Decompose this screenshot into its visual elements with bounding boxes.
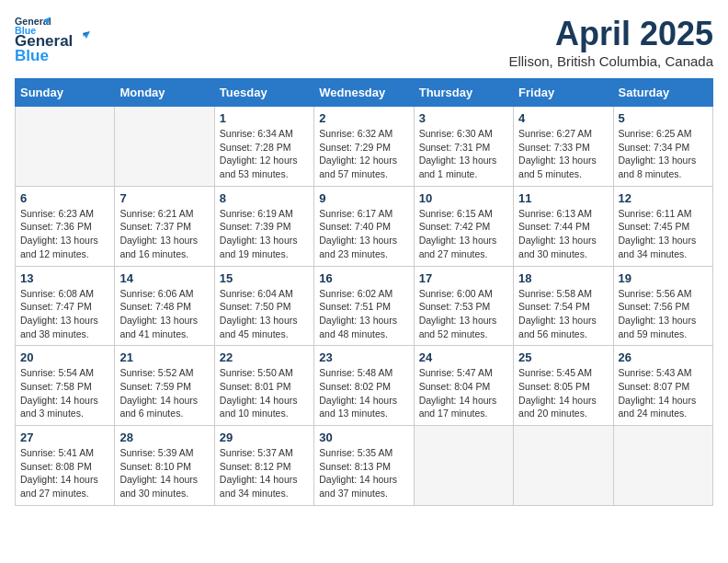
- calendar-cell: 2Sunrise: 6:32 AMSunset: 7:29 PMDaylight…: [314, 107, 414, 187]
- calendar-cell: [414, 426, 513, 506]
- title-area: April 2025 Ellison, British Columbia, Ca…: [508, 15, 713, 69]
- weekday-header-tuesday: Tuesday: [214, 79, 313, 107]
- calendar-cell: [514, 426, 613, 506]
- day-info: Sunrise: 5:52 AMSunset: 7:59 PMDaylight:…: [119, 366, 209, 420]
- day-number: 30: [319, 431, 408, 444]
- day-number: 26: [619, 350, 708, 364]
- calendar-cell: 21Sunrise: 5:52 AMSunset: 7:59 PMDayligh…: [115, 346, 214, 426]
- week-row-4: 20Sunrise: 5:54 AMSunset: 7:58 PMDayligh…: [16, 346, 713, 426]
- day-info: Sunrise: 6:21 AMSunset: 7:37 PMDaylight:…: [119, 207, 209, 261]
- day-info: Sunrise: 6:34 AMSunset: 7:28 PMDaylight:…: [220, 127, 309, 181]
- week-row-5: 27Sunrise: 5:41 AMSunset: 8:08 PMDayligh…: [16, 426, 713, 506]
- day-info: Sunrise: 6:04 AMSunset: 7:50 PMDaylight:…: [220, 287, 309, 341]
- calendar-table: SundayMondayTuesdayWednesdayThursdayFrid…: [15, 78, 713, 506]
- calendar-cell: 11Sunrise: 6:13 AMSunset: 7:44 PMDayligh…: [514, 186, 613, 266]
- calendar-cell: 20Sunrise: 5:54 AMSunset: 7:58 PMDayligh…: [16, 346, 115, 426]
- day-number: 11: [518, 191, 608, 205]
- day-info: Sunrise: 6:32 AMSunset: 7:29 PMDaylight:…: [319, 127, 408, 181]
- calendar-cell: 1Sunrise: 6:34 AMSunset: 7:28 PMDaylight…: [214, 107, 313, 187]
- day-info: Sunrise: 6:17 AMSunset: 7:40 PMDaylight:…: [319, 207, 408, 261]
- day-number: 5: [619, 111, 708, 125]
- day-number: 24: [419, 350, 508, 364]
- day-number: 10: [419, 191, 508, 205]
- logo-blue: Blue: [15, 47, 49, 65]
- day-info: Sunrise: 6:30 AMSunset: 7:31 PMDaylight:…: [419, 127, 508, 181]
- day-info: Sunrise: 5:54 AMSunset: 7:58 PMDaylight:…: [20, 366, 109, 420]
- day-info: Sunrise: 5:39 AMSunset: 8:10 PMDaylight:…: [119, 446, 209, 500]
- calendar-cell: 23Sunrise: 5:48 AMSunset: 8:02 PMDayligh…: [314, 346, 414, 426]
- day-number: 13: [20, 271, 109, 285]
- subtitle: Ellison, British Columbia, Canada: [508, 53, 713, 69]
- calendar-cell: 22Sunrise: 5:50 AMSunset: 8:01 PMDayligh…: [214, 346, 313, 426]
- logo: General Blue General Blue: [15, 15, 90, 65]
- weekday-header-friday: Friday: [514, 79, 613, 107]
- calendar-cell: 29Sunrise: 5:37 AMSunset: 8:12 PMDayligh…: [214, 426, 313, 506]
- day-number: 4: [518, 111, 608, 125]
- day-number: 3: [419, 111, 508, 125]
- calendar-cell: 25Sunrise: 5:45 AMSunset: 8:05 PMDayligh…: [514, 346, 613, 426]
- day-number: 12: [619, 191, 708, 205]
- day-info: Sunrise: 6:23 AMSunset: 7:36 PMDaylight:…: [20, 207, 109, 261]
- day-info: Sunrise: 6:19 AMSunset: 7:39 PMDaylight:…: [220, 207, 309, 261]
- day-number: 21: [119, 350, 209, 364]
- page-header: General Blue General Blue April 2025 Ell…: [15, 15, 713, 69]
- week-row-2: 6Sunrise: 6:23 AMSunset: 7:36 PMDaylight…: [16, 186, 713, 266]
- day-number: 28: [119, 431, 209, 444]
- day-number: 20: [20, 350, 109, 364]
- day-info: Sunrise: 6:02 AMSunset: 7:51 PMDaylight:…: [319, 287, 408, 341]
- weekday-header-monday: Monday: [115, 79, 214, 107]
- week-row-3: 13Sunrise: 6:08 AMSunset: 7:47 PMDayligh…: [16, 266, 713, 346]
- calendar-cell: 26Sunrise: 5:43 AMSunset: 8:07 PMDayligh…: [613, 346, 712, 426]
- day-number: 6: [20, 191, 109, 205]
- calendar-cell: 13Sunrise: 6:08 AMSunset: 7:47 PMDayligh…: [16, 266, 115, 346]
- day-number: 9: [319, 191, 408, 205]
- day-info: Sunrise: 6:06 AMSunset: 7:48 PMDaylight:…: [119, 287, 209, 341]
- day-info: Sunrise: 6:00 AMSunset: 7:53 PMDaylight:…: [419, 287, 508, 341]
- day-info: Sunrise: 5:43 AMSunset: 8:07 PMDaylight:…: [619, 366, 708, 420]
- day-info: Sunrise: 5:45 AMSunset: 8:05 PMDaylight:…: [518, 366, 608, 420]
- day-number: 2: [319, 111, 408, 125]
- calendar-cell: 6Sunrise: 6:23 AMSunset: 7:36 PMDaylight…: [16, 186, 115, 266]
- day-info: Sunrise: 6:13 AMSunset: 7:44 PMDaylight:…: [518, 207, 608, 261]
- day-info: Sunrise: 5:37 AMSunset: 8:12 PMDaylight:…: [220, 446, 309, 500]
- calendar-cell: 19Sunrise: 5:56 AMSunset: 7:56 PMDayligh…: [613, 266, 712, 346]
- calendar-cell: 18Sunrise: 5:58 AMSunset: 7:54 PMDayligh…: [514, 266, 613, 346]
- day-number: 19: [619, 271, 708, 285]
- calendar-cell: 24Sunrise: 5:47 AMSunset: 8:04 PMDayligh…: [414, 346, 513, 426]
- day-info: Sunrise: 6:25 AMSunset: 7:34 PMDaylight:…: [619, 127, 708, 181]
- calendar-cell: 30Sunrise: 5:35 AMSunset: 8:13 PMDayligh…: [314, 426, 414, 506]
- calendar-cell: [16, 107, 115, 187]
- day-number: 17: [419, 271, 508, 285]
- day-number: 18: [518, 271, 608, 285]
- weekday-header-wednesday: Wednesday: [314, 79, 414, 107]
- day-info: Sunrise: 6:15 AMSunset: 7:42 PMDaylight:…: [419, 207, 508, 261]
- day-number: 7: [119, 191, 209, 205]
- day-number: 8: [220, 191, 309, 205]
- calendar-cell: 27Sunrise: 5:41 AMSunset: 8:08 PMDayligh…: [16, 426, 115, 506]
- calendar-cell: 17Sunrise: 6:00 AMSunset: 7:53 PMDayligh…: [414, 266, 513, 346]
- day-number: 23: [319, 350, 408, 364]
- week-row-1: 1Sunrise: 6:34 AMSunset: 7:28 PMDaylight…: [16, 107, 713, 187]
- day-info: Sunrise: 5:35 AMSunset: 8:13 PMDaylight:…: [319, 446, 408, 500]
- calendar-cell: 10Sunrise: 6:15 AMSunset: 7:42 PMDayligh…: [414, 186, 513, 266]
- calendar-cell: 9Sunrise: 6:17 AMSunset: 7:40 PMDaylight…: [314, 186, 414, 266]
- weekday-header-thursday: Thursday: [414, 79, 513, 107]
- calendar-cell: 15Sunrise: 6:04 AMSunset: 7:50 PMDayligh…: [214, 266, 313, 346]
- day-info: Sunrise: 6:08 AMSunset: 7:47 PMDaylight:…: [20, 287, 109, 341]
- calendar-cell: [115, 107, 214, 187]
- day-number: 29: [220, 431, 309, 444]
- weekday-header-row: SundayMondayTuesdayWednesdayThursdayFrid…: [16, 79, 713, 107]
- day-number: 22: [220, 350, 309, 364]
- weekday-header-sunday: Sunday: [16, 79, 115, 107]
- day-number: 15: [220, 271, 309, 285]
- calendar-cell: 8Sunrise: 6:19 AMSunset: 7:39 PMDaylight…: [214, 186, 313, 266]
- day-info: Sunrise: 5:41 AMSunset: 8:08 PMDaylight:…: [20, 446, 109, 500]
- calendar-cell: 3Sunrise: 6:30 AMSunset: 7:31 PMDaylight…: [414, 107, 513, 187]
- calendar-cell: 28Sunrise: 5:39 AMSunset: 8:10 PMDayligh…: [115, 426, 214, 506]
- weekday-header-saturday: Saturday: [613, 79, 712, 107]
- calendar-cell: 14Sunrise: 6:06 AMSunset: 7:48 PMDayligh…: [115, 266, 214, 346]
- calendar-cell: 7Sunrise: 6:21 AMSunset: 7:37 PMDaylight…: [115, 186, 214, 266]
- day-info: Sunrise: 5:50 AMSunset: 8:01 PMDaylight:…: [220, 366, 309, 420]
- day-number: 14: [119, 271, 209, 285]
- logo-bird-icon: [74, 29, 90, 46]
